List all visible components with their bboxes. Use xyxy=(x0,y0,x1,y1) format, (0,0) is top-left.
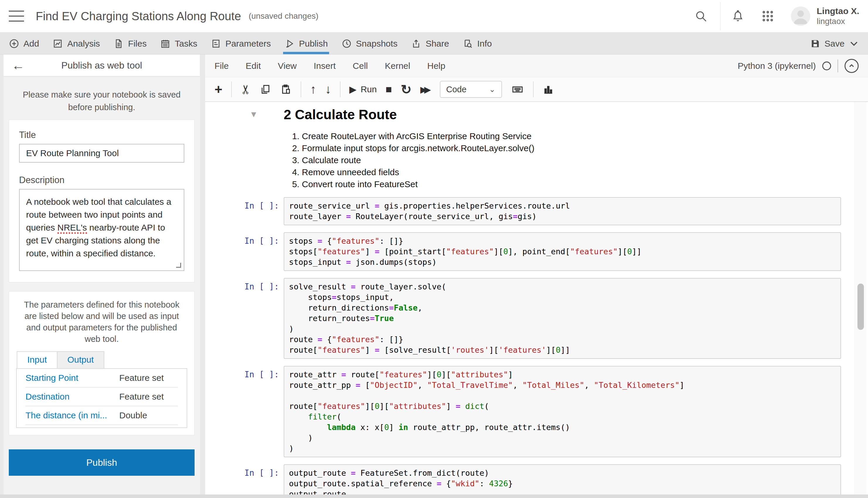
menu-edit[interactable]: Edit xyxy=(246,61,261,71)
menu-insert[interactable]: Insert xyxy=(314,61,336,71)
parameters-icon xyxy=(211,38,221,49)
list-item: Calculate route xyxy=(302,154,841,166)
analysis-icon xyxy=(52,38,63,49)
collapse-header-icon[interactable] xyxy=(844,59,859,73)
code-cell[interactable]: In [ ]:output_route = FeatureSet.from_di… xyxy=(205,464,868,495)
back-button[interactable]: ← xyxy=(12,59,25,72)
cell-prompt: In [ ]: xyxy=(205,366,284,457)
toolbar-publish-button[interactable]: Publish xyxy=(284,33,328,54)
cell-prompt: In [ ]: xyxy=(205,464,284,495)
tab-input[interactable]: Input xyxy=(17,351,57,368)
search-icon[interactable] xyxy=(694,9,708,23)
avatar[interactable] xyxy=(791,6,810,26)
app-launcher-icon[interactable] xyxy=(761,9,775,23)
restart-run-all-icon[interactable]: ▶▶ xyxy=(420,84,431,95)
kernel-divider xyxy=(838,60,838,73)
parameters-card: The parameters defined for this notebook… xyxy=(9,291,195,435)
chevron-down-icon: ⌄ xyxy=(489,85,495,94)
notebook-editor: File Edit View Insert Cell Kernel Help P… xyxy=(205,54,868,495)
description-label: Description xyxy=(19,175,184,185)
notebook-title: Find EV Charging Stations Along Route xyxy=(36,10,241,23)
parameter-name-link[interactable]: Starting Point xyxy=(26,373,119,383)
code-cell[interactable]: In [ ]:route_attr = route["features"][0]… xyxy=(205,366,868,457)
parameter-row: Starting Point Feature set xyxy=(26,369,178,388)
scrollbar-thumb[interactable] xyxy=(857,284,864,330)
info-icon xyxy=(463,38,473,49)
save-reminder-note: Please make sure your notebook is saved … xyxy=(16,89,187,114)
toolbar-analysis-button[interactable]: Analysis xyxy=(52,33,100,54)
publish-details-card: Title EV Route Planning Tool Description… xyxy=(9,119,195,283)
cell-prompt: In [ ]: xyxy=(205,232,284,271)
app-window: Find EV Charging Stations Along Route (u… xyxy=(0,0,868,498)
menu-kernel[interactable]: Kernel xyxy=(385,61,410,71)
toolbar-info-button[interactable]: Info xyxy=(463,33,492,54)
list-item: Convert route into FeatureSet xyxy=(302,178,841,190)
toolbar-share-button[interactable]: Share xyxy=(411,33,449,54)
menu-view[interactable]: View xyxy=(278,61,297,71)
share-icon xyxy=(411,38,422,49)
app-toolbar: Add Analysis Files Tasks Parameters Publ… xyxy=(0,33,868,54)
misspelled-word: NREL's xyxy=(57,223,87,234)
list-item: Remove unneeded fields xyxy=(302,166,841,178)
move-up-icon[interactable]: ↑ xyxy=(310,82,316,96)
markdown-cell[interactable]: ▼ 2 Calculate Route Create RouteLayer wi… xyxy=(205,105,868,190)
code-editor[interactable]: solve_result = route_layer.solve( stops=… xyxy=(284,278,841,359)
parameters-table: Starting Point Feature set Destination F… xyxy=(16,368,187,428)
parameter-name-link[interactable]: Destination xyxy=(26,392,119,402)
notifications-icon[interactable] xyxy=(731,9,744,23)
collapse-section-icon[interactable]: ▼ xyxy=(251,109,256,119)
panel-title: Publish as web tool xyxy=(3,60,200,71)
paste-icon[interactable] xyxy=(280,83,292,95)
add-cell-icon[interactable]: + xyxy=(215,83,222,96)
restart-kernel-icon[interactable]: ↻ xyxy=(401,82,412,97)
publish-icon xyxy=(284,38,295,49)
menu-icon[interactable] xyxy=(9,11,24,22)
chevron-down-icon xyxy=(848,38,859,49)
menu-help[interactable]: Help xyxy=(427,61,445,71)
open-tools-icon[interactable] xyxy=(542,83,554,95)
save-button[interactable]: Save xyxy=(810,38,859,49)
resize-handle-icon[interactable] xyxy=(176,263,181,268)
description-input[interactable]: A notebook web tool that calculates a ro… xyxy=(19,189,184,271)
snapshots-icon xyxy=(341,38,352,49)
toolbar-add-button[interactable]: Add xyxy=(9,33,39,54)
code-cell[interactable]: In [ ]:route_service_url = gis.propertie… xyxy=(205,197,868,225)
code-editor[interactable]: route_attr = route["features"][0]["attri… xyxy=(284,366,841,457)
code-editor[interactable]: output_route = FeatureSet.from_dict(rout… xyxy=(284,464,841,495)
parameter-type: Feature set xyxy=(119,392,164,402)
save-icon xyxy=(810,38,820,49)
code-cell[interactable]: In [ ]:stops = {"features": []}stops["fe… xyxy=(205,232,868,271)
window-bottom-edge xyxy=(0,495,868,498)
section-heading: 2 Calculate Route xyxy=(284,107,841,122)
toolbar-tasks-button[interactable]: Tasks xyxy=(160,33,197,54)
tab-output[interactable]: Output xyxy=(57,351,104,368)
parameter-type: Feature set xyxy=(119,373,164,383)
command-palette-icon[interactable] xyxy=(511,83,524,95)
code-editor[interactable]: stops = {"features": []}stops["features"… xyxy=(284,232,841,271)
parameter-name-link[interactable]: The distance (in mi... xyxy=(26,410,119,420)
parameter-row: Destination Feature set xyxy=(26,388,178,406)
code-cell[interactable]: In [ ]:solve_result = route_layer.solve(… xyxy=(205,278,868,359)
notebook-menubar: File Edit View Insert Cell Kernel Help P… xyxy=(205,54,868,77)
cut-icon[interactable]: ✂ xyxy=(238,84,253,94)
parameters-note: The parameters defined for this notebook… xyxy=(18,299,185,345)
stop-icon[interactable]: ■ xyxy=(386,83,392,95)
user-name: Lingtao X. xyxy=(817,6,859,16)
move-down-icon[interactable]: ↓ xyxy=(325,82,331,96)
publish-button[interactable]: Publish xyxy=(9,449,195,476)
title-input[interactable]: EV Route Planning Tool xyxy=(19,144,184,162)
run-button[interactable]: ▶Run xyxy=(349,84,377,95)
toolbar-files-button[interactable]: Files xyxy=(113,33,146,54)
toolbar-snapshots-button[interactable]: Snapshots xyxy=(341,33,398,54)
cell-type-dropdown[interactable]: Code ⌄ xyxy=(440,81,502,98)
parameter-type: Double xyxy=(119,410,147,420)
code-editor[interactable]: route_service_url = gis.properties.helpe… xyxy=(284,197,841,225)
menu-cell[interactable]: Cell xyxy=(353,61,368,71)
menu-file[interactable]: File xyxy=(215,61,229,71)
tasks-icon xyxy=(160,38,170,49)
notebook-document: ▼ 2 Calculate Route Create RouteLayer wi… xyxy=(205,102,868,495)
copy-icon[interactable] xyxy=(260,83,271,95)
parameter-row: The distance (in mi... Double xyxy=(26,406,178,425)
notebook-scrollbar[interactable] xyxy=(855,102,866,495)
toolbar-parameters-button[interactable]: Parameters xyxy=(211,33,271,54)
